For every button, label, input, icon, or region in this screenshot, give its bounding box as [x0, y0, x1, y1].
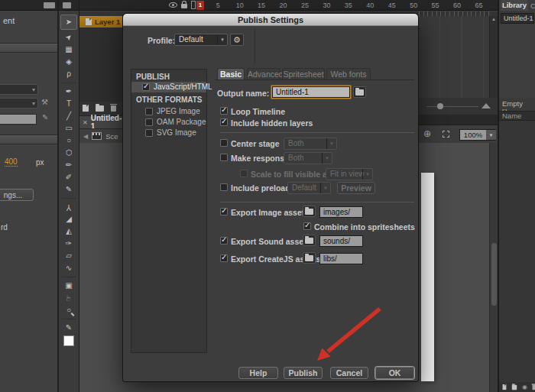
tool-divider[interactable]	[62, 319, 76, 319]
toolbar-menu-icon[interactable]	[63, 2, 71, 8]
clip-content-icon[interactable]	[443, 131, 449, 138]
tab-webfonts[interactable]: Web fonts	[326, 68, 371, 80]
stage-height-value[interactable]: 400	[5, 157, 18, 167]
tab-advanced[interactable]: Advanced	[247, 68, 280, 80]
delete-layer-icon[interactable]	[111, 105, 116, 112]
new-folder-icon[interactable]	[512, 384, 517, 389]
timeline-scrollbar[interactable]: ▴	[489, 16, 498, 98]
back-arrow-icon[interactable]: ◀	[83, 133, 88, 140]
scrollbar-thumb[interactable]	[491, 243, 497, 306]
make-responsive-dropdown[interactable]: Both▾	[284, 152, 332, 164]
center-stage-dropdown[interactable]: Both▾	[284, 138, 337, 150]
pencil-tool-icon[interactable]: ✏	[60, 159, 77, 171]
scale-to-fill-dropdown[interactable]: Fit in view▾	[326, 168, 373, 180]
tab-spritesheet[interactable]: Spritesheet	[282, 68, 325, 80]
close-tab-icon[interactable]: ✕	[83, 119, 88, 126]
edit-pencil-icon[interactable]: ✎	[42, 113, 48, 121]
paint-bucket-tool-icon[interactable]: ◢	[60, 213, 77, 225]
sound-assets-path-input[interactable]	[319, 235, 363, 247]
format-row-oam[interactable]: OAM Package	[131, 117, 206, 128]
library-item-list[interactable]	[499, 121, 535, 382]
frame-size-icon[interactable]	[481, 103, 491, 109]
timeline-zoom-handle[interactable]	[437, 103, 443, 109]
timeline-layer-row[interactable]: Layer 1	[79, 16, 122, 28]
polystar-tool-icon[interactable]: ⬡	[60, 147, 77, 159]
new-symbol-icon[interactable]	[503, 384, 507, 390]
layer-visibility-eye-icon[interactable]	[169, 2, 177, 8]
format-row-jpeg[interactable]: JPEG Image	[131, 106, 206, 117]
profile-dropdown[interactable]: Default ▾	[174, 34, 228, 46]
dialog-title-bar[interactable]: Publish Settings	[123, 14, 418, 26]
timeline-frames-area[interactable]	[419, 16, 489, 98]
center-stage-crosshair-icon[interactable]: ⊕	[423, 128, 431, 139]
combine-spritesheets-checkbox[interactable]	[303, 222, 311, 230]
delete-item-icon[interactable]	[532, 384, 535, 389]
cancel-button[interactable]: Cancel	[330, 367, 368, 379]
image-assets-path-input[interactable]	[319, 206, 363, 218]
layer-lock-icon[interactable]	[181, 4, 187, 8]
tool-divider[interactable]	[62, 198, 76, 199]
sound-assets-folder-button[interactable]	[303, 235, 316, 246]
format-row-svg[interactable]: SVG Image	[131, 128, 206, 138]
line-tool-icon[interactable]: ╱	[60, 110, 77, 122]
layer-outline-column-icon[interactable]	[191, 1, 196, 9]
properties-section-header-2[interactable]	[0, 134, 57, 144]
stroke-color-pencil-icon[interactable]: ✎	[60, 322, 77, 334]
image-assets-folder-button[interactable]	[303, 206, 316, 217]
tool-divider[interactable]	[62, 83, 76, 83]
output-folder-button[interactable]	[353, 86, 366, 98]
properties-section-header[interactable]	[0, 43, 57, 53]
export-image-assets-checkbox[interactable]	[220, 208, 228, 215]
properties-dropdown-1[interactable]: ▾	[0, 84, 38, 95]
include-preloader-checkbox[interactable]	[220, 183, 228, 191]
scale-to-fill-checkbox[interactable]	[240, 170, 248, 177]
profile-options-gear-icon[interactable]: ⚙	[230, 34, 244, 46]
javascript-html-checkbox[interactable]	[142, 83, 150, 91]
stage-canvas-edge[interactable]	[421, 173, 434, 381]
tab-basic[interactable]: Basic	[217, 68, 245, 80]
createjs-assets-folder-button[interactable]	[303, 252, 316, 264]
format-row-javascript-html[interactable]: JavaScript/HTML	[131, 82, 206, 92]
jpeg-checkbox[interactable]	[145, 108, 153, 115]
publish-settings-button-fragment[interactable]: ngs...	[0, 189, 34, 201]
center-stage-checkbox[interactable]	[220, 139, 228, 147]
zoom-tool-icon[interactable]: ○	[60, 304, 77, 316]
document-tab[interactable]: ✕ Untitled-1	[79, 115, 122, 128]
chevron-down-icon[interactable]: ▾	[486, 130, 496, 140]
stage-zoom-dropdown[interactable]: 100% ▾	[459, 129, 496, 141]
paint-brush-tool-icon[interactable]: ✎	[60, 183, 77, 196]
properties-dropdown-2[interactable]: ▾	[0, 98, 38, 109]
properties-circle-icon[interactable]: ◉	[522, 384, 527, 390]
svg-checkbox[interactable]	[145, 129, 153, 137]
panel-menu-icon[interactable]	[44, 2, 55, 8]
width-tool-icon[interactable]: ∿	[60, 262, 77, 274]
tab-library[interactable]: Library	[501, 0, 528, 11]
timeline-playhead[interactable]: 1	[196, 1, 204, 10]
ink-bottle-tool-icon[interactable]: ◭	[60, 225, 77, 238]
output-name-input[interactable]	[272, 86, 350, 98]
export-createjs-assets-checkbox[interactable]	[220, 254, 228, 262]
export-sound-assets-checkbox[interactable]	[220, 237, 228, 245]
timeline-zoom-track[interactable]	[426, 106, 478, 107]
new-layer-icon[interactable]	[83, 105, 89, 112]
publish-button[interactable]: Publish	[284, 367, 323, 379]
wrench-icon[interactable]: ⚒	[41, 98, 48, 106]
preview-button[interactable]: Preview	[337, 182, 375, 194]
fill-color-swatch[interactable]	[63, 335, 74, 346]
ok-button[interactable]: OK	[375, 367, 414, 379]
loop-timeline-checkbox[interactable]	[220, 107, 228, 115]
3d-rotation-tool-icon[interactable]: ◈	[60, 56, 77, 68]
help-button[interactable]: Help	[238, 367, 278, 379]
properties-text-field[interactable]	[0, 114, 37, 125]
createjs-assets-path-input[interactable]	[319, 253, 363, 264]
make-responsive-checkbox[interactable]	[220, 154, 228, 161]
oval-tool-icon[interactable]: ○	[60, 134, 77, 147]
pen-tool-icon[interactable]: ✒	[60, 86, 77, 98]
timeline-ruler[interactable]: 5101520253035404550556065	[207, 2, 490, 9]
oam-checkbox[interactable]	[145, 118, 153, 126]
stage-vertical-scrollbar[interactable]	[489, 143, 498, 392]
eraser-tool-icon[interactable]: ▱	[60, 250, 77, 262]
rectangle-tool-icon[interactable]: ▭	[60, 122, 77, 134]
library-name-column-header[interactable]: Name	[499, 111, 535, 121]
text-tool-icon[interactable]: T	[60, 98, 77, 110]
